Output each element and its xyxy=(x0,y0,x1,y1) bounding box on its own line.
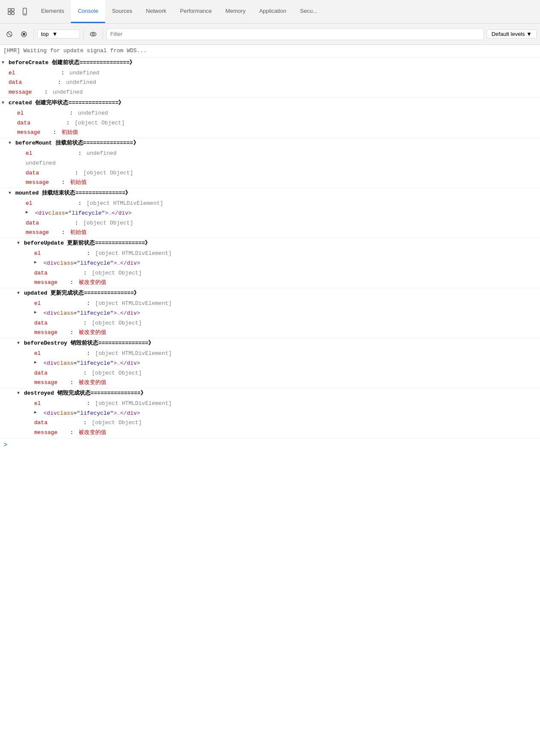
log-row: data : [object Object] xyxy=(0,369,540,378)
log-row: el : undefined xyxy=(0,68,540,78)
log-row: data : [object Object] xyxy=(0,418,540,428)
eye-icon[interactable] xyxy=(87,28,99,40)
expand-html-icon[interactable] xyxy=(34,409,40,416)
log-row: el : [object HTMLDivElement] xyxy=(0,349,540,359)
expand-html-icon[interactable] xyxy=(34,359,40,366)
log-row: data : [object Object] xyxy=(0,168,540,178)
log-row: message : 被改变的值 xyxy=(0,428,540,438)
group-created: created 创建完毕状态===============》 el : unde… xyxy=(0,98,540,138)
group-mounted: mounted 挂载结束状态===============》 el : [obj… xyxy=(0,188,540,238)
log-row-html: <div class = "lifecycle" > … </div> xyxy=(0,359,540,369)
svg-point-11 xyxy=(92,33,94,35)
log-row-html: <div class = "lifecycle" > … </div> xyxy=(0,259,540,269)
toggle-beforeDestroy[interactable] xyxy=(17,340,24,347)
group-body-beforeUpdate: el : [object HTMLDivElement] <div class … xyxy=(0,249,540,288)
tab-elements[interactable]: Elements xyxy=(34,0,71,23)
group-header-mounted[interactable]: mounted 挂载结束状态===============》 xyxy=(0,188,540,199)
filter-input[interactable] xyxy=(106,28,484,40)
log-row: data : undefined xyxy=(0,78,540,88)
group-header-updated[interactable]: updated 更新完成状态===============》 xyxy=(0,288,540,299)
toggle-destroyed[interactable] xyxy=(17,390,24,397)
tab-bar: Elements Console Sources Network Perform… xyxy=(0,0,540,24)
group-updated: updated 更新完成状态===============》 el : [obj… xyxy=(0,288,540,338)
levels-button[interactable]: Default levels ▼ xyxy=(487,30,537,38)
log-row: data : [object Object] xyxy=(0,219,540,228)
prompt-symbol: > xyxy=(3,440,8,451)
group-beforeMount: beforeMount 挂载前状态===============》 el : u… xyxy=(0,138,540,188)
context-selector[interactable]: top ▼ xyxy=(37,30,80,38)
group-header-beforeDestroy[interactable]: beforeDestroy 销毁前状态===============》 xyxy=(0,338,540,349)
group-label-destroyed: destroyed 销毁完成状态===============》 xyxy=(24,389,146,398)
group-beforeCreate: beforeCreate 创建前状态===============》 el : … xyxy=(0,58,540,98)
group-label-beforeCreate: beforeCreate 创建前状态===============》 xyxy=(9,59,135,68)
expand-html-icon[interactable] xyxy=(34,259,40,266)
context-dropdown-icon: ▼ xyxy=(52,31,58,37)
tab-performance[interactable]: Performance xyxy=(173,0,218,23)
toggle-mounted[interactable] xyxy=(9,190,15,197)
tab-sources[interactable]: Sources xyxy=(105,0,139,23)
tab-console[interactable]: Console xyxy=(71,0,105,23)
svg-rect-1 xyxy=(12,9,14,11)
log-row: message : 被改变的值 xyxy=(0,278,540,288)
group-beforeUpdate: beforeUpdate 更新前状态===============》 el : … xyxy=(0,238,540,288)
log-row: data : [object Object] xyxy=(0,118,540,128)
tab-application[interactable]: Application xyxy=(252,0,293,23)
group-label-beforeUpdate: beforeUpdate 更新前状态===============》 xyxy=(24,239,150,248)
toggle-beforeMount[interactable] xyxy=(9,140,15,147)
log-row: message : 被改变的值 xyxy=(0,378,540,388)
group-label-beforeDestroy: beforeDestroy 销毁前状态===============》 xyxy=(24,339,154,348)
log-row-undefined-plain: undefined xyxy=(0,159,540,168)
log-row: message : undefined xyxy=(0,88,540,97)
log-row: message : 初始值 xyxy=(0,128,540,138)
group-header-beforeCreate[interactable]: beforeCreate 创建前状态===============》 xyxy=(0,58,540,68)
clear-console-button[interactable] xyxy=(3,28,15,40)
log-row: el : [object HTMLDivElement] xyxy=(0,199,540,209)
toolbar-divider-2 xyxy=(83,28,84,40)
group-body-beforeMount: el : undefined undefined data : [object … xyxy=(0,149,540,188)
log-row-html: <div class = "lifecycle" > … </div> xyxy=(0,309,540,319)
svg-rect-3 xyxy=(12,12,14,15)
group-label-updated: updated 更新完成状态===============》 xyxy=(24,289,139,298)
mobile-icon[interactable] xyxy=(19,6,31,18)
log-row: message : 初始值 xyxy=(0,228,540,238)
group-header-created[interactable]: created 创建完毕状态===============》 xyxy=(0,98,540,109)
group-header-destroyed[interactable]: destroyed 销毁完成状态===============》 xyxy=(0,388,540,399)
group-body-beforeDestroy: el : [object HTMLDivElement] <div class … xyxy=(0,349,540,388)
svg-line-7 xyxy=(8,32,11,36)
toolbar-divider-3 xyxy=(103,28,103,40)
log-row-html: <div class = "lifecycle" > … </div> xyxy=(0,409,540,419)
toggle-created[interactable] xyxy=(2,100,9,106)
log-row: el : undefined xyxy=(0,149,540,159)
toggle-updated[interactable] xyxy=(17,290,24,297)
stop-button[interactable] xyxy=(18,28,30,40)
log-row: data : [object Object] xyxy=(0,269,540,278)
expand-html-icon[interactable] xyxy=(34,309,40,316)
toolbar-divider xyxy=(33,28,34,40)
group-header-beforeMount[interactable]: beforeMount 挂载前状态===============》 xyxy=(0,138,540,149)
group-label-beforeMount: beforeMount 挂载前状态===============》 xyxy=(15,139,139,148)
console-content: [HMR] Waiting for update signal from WDS… xyxy=(0,45,540,453)
inspect-icon[interactable] xyxy=(5,6,17,18)
group-body-destroyed: el : [object HTMLDivElement] <div class … xyxy=(0,399,540,438)
tab-security[interactable]: Secu... xyxy=(293,0,324,23)
log-row: el : undefined xyxy=(0,109,540,118)
log-row: message : 被改变的值 xyxy=(0,328,540,338)
context-value: top xyxy=(41,31,49,37)
group-beforeDestroy: beforeDestroy 销毁前状态===============》 el :… xyxy=(0,338,540,388)
console-toolbar: top ▼ Default levels ▼ xyxy=(0,24,540,45)
toggle-beforeUpdate[interactable] xyxy=(17,240,24,247)
tab-memory[interactable]: Memory xyxy=(219,0,252,23)
log-row: el : [object HTMLDivElement] xyxy=(0,399,540,409)
group-destroyed: destroyed 销毁完成状态===============》 el : [o… xyxy=(0,388,540,438)
expand-html-icon[interactable] xyxy=(26,209,32,216)
svg-rect-0 xyxy=(8,9,11,11)
toggle-beforeCreate[interactable] xyxy=(2,59,9,66)
group-header-beforeUpdate[interactable]: beforeUpdate 更新前状态===============》 xyxy=(0,238,540,249)
tab-network[interactable]: Network xyxy=(139,0,173,23)
svg-rect-9 xyxy=(23,33,25,35)
group-label-mounted: mounted 挂载结束状态===============》 xyxy=(15,189,131,198)
log-row: el : [object HTMLDivElement] xyxy=(0,299,540,309)
console-prompt[interactable]: > xyxy=(0,438,540,453)
log-row: el : [object HTMLDivElement] xyxy=(0,249,540,259)
log-row: message : 初始值 xyxy=(0,178,540,188)
